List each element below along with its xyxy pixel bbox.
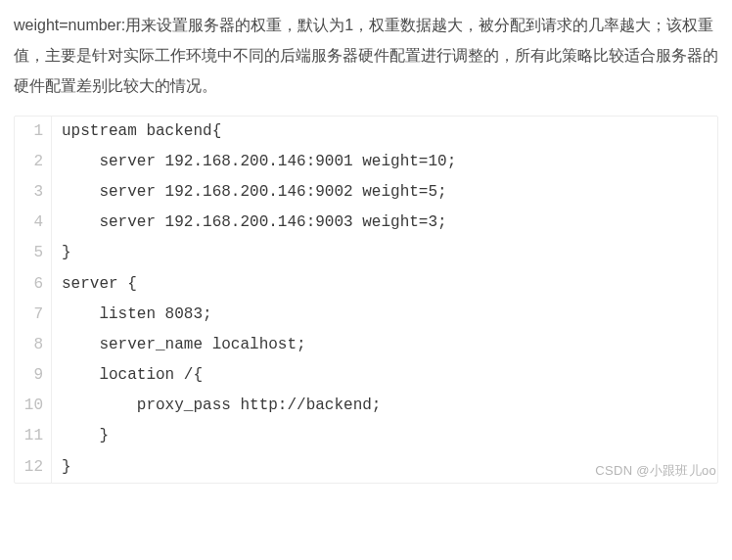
code-row: 1 upstream backend{ (15, 117, 717, 147)
line-number: 1 (15, 117, 52, 147)
code-line: server 192.168.200.146:9001 weight=10; (52, 147, 456, 177)
code-row: 9 location /{ (15, 360, 717, 391)
line-number: 5 (15, 238, 52, 268)
code-line: server 192.168.200.146:9002 weight=5; (52, 177, 447, 208)
code-row: 6 server { (15, 269, 717, 300)
code-row: 3 server 192.168.200.146:9002 weight=5; (15, 177, 717, 208)
line-number: 9 (15, 360, 52, 391)
line-number: 10 (15, 391, 52, 421)
code-line: listen 8083; (52, 300, 212, 330)
code-line: location /{ (52, 360, 203, 391)
code-row: 5 } (15, 238, 717, 268)
line-number: 4 (15, 208, 52, 238)
line-number: 2 (15, 147, 52, 177)
line-number: 7 (15, 300, 52, 330)
line-number: 12 (15, 452, 52, 483)
line-number: 6 (15, 269, 52, 300)
code-row: 4 server 192.168.200.146:9003 weight=3; (15, 208, 717, 238)
code-line: proxy_pass http://backend; (52, 391, 381, 421)
code-row: 11 } (15, 421, 717, 451)
line-number: 3 (15, 177, 52, 208)
code-row: 10 proxy_pass http://backend; (15, 391, 717, 421)
code-block: 1 upstream backend{ 2 server 192.168.200… (14, 116, 718, 484)
code-line: server { (52, 269, 137, 300)
code-row: 7 listen 8083; (15, 300, 717, 330)
code-line: server_name localhost; (52, 330, 306, 360)
code-line: server 192.168.200.146:9003 weight=3; (52, 208, 447, 238)
line-number: 8 (15, 330, 52, 360)
code-line: } (52, 452, 71, 483)
code-line: } (52, 421, 109, 451)
line-number: 11 (15, 421, 52, 451)
code-row: 8 server_name localhost; (15, 330, 717, 360)
code-row: 2 server 192.168.200.146:9001 weight=10; (15, 147, 717, 177)
code-line: upstream backend{ (52, 117, 221, 147)
code-line: } (52, 238, 71, 268)
description-text: weight=number:用来设置服务器的权重，默认为1，权重数据越大，被分配… (14, 10, 718, 102)
code-row: 12 } (15, 452, 717, 483)
